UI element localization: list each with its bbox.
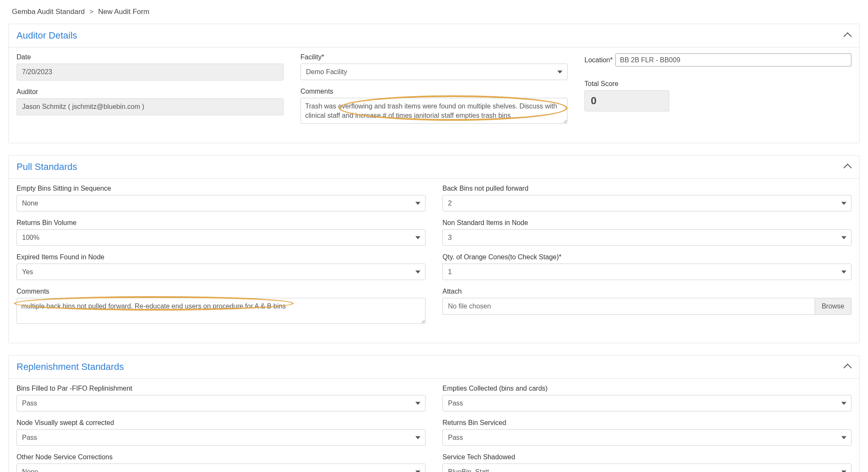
other-label: Other Node Service Corrections xyxy=(17,453,426,461)
location-label: Location xyxy=(584,56,613,64)
replenishment-panel: Replenishment Standards Bins Filled to P… xyxy=(8,355,860,472)
swept-label: Node Visually swept & corrected xyxy=(17,419,426,427)
replenishment-title: Replenishment Standards xyxy=(17,361,124,372)
facility-label: Facility xyxy=(300,53,568,61)
swept-select[interactable]: Pass xyxy=(17,429,426,446)
replenishment-header[interactable]: Replenishment Standards xyxy=(9,355,859,379)
pull-standards-header[interactable]: Pull Standards xyxy=(9,155,859,179)
pull-standards-panel: Pull Standards Empty Bins Sitting in Seq… xyxy=(8,155,860,343)
shadow-select[interactable]: BlueBin, Statt xyxy=(442,464,851,472)
back-bins-select[interactable]: 2 xyxy=(442,195,851,211)
empty-bins-select[interactable]: None xyxy=(17,195,426,211)
pull-standards-title: Pull Standards xyxy=(17,161,77,172)
non-std-label: Non Standard Items in Node xyxy=(442,219,851,227)
facility-select[interactable]: Demo Facility xyxy=(300,64,568,80)
location-select[interactable]: BB 2B FLR - BB009 xyxy=(615,53,851,67)
auditor-label: Auditor xyxy=(17,88,284,96)
breadcrumb: Gemba Audit Standard > New Audit Form xyxy=(8,0,860,24)
attach-file-display: No file chosen xyxy=(442,298,815,315)
date-field: 7/20/2023 xyxy=(17,64,284,81)
fifo-label: Bins Filled to Par -FIFO Replinishment xyxy=(17,385,426,392)
auditor-details-title: Auditor Details xyxy=(17,30,77,41)
chevron-up-icon xyxy=(843,32,852,41)
total-score-label: Total Score xyxy=(584,80,851,88)
non-std-select[interactable]: 3 xyxy=(442,229,851,246)
pull-comments-label: Comments xyxy=(17,288,426,295)
expired-select[interactable]: Yes xyxy=(17,264,426,280)
cones-select[interactable]: 1 xyxy=(442,264,851,280)
browse-button[interactable]: Browse xyxy=(815,298,851,315)
empties-select[interactable]: Pass xyxy=(442,395,851,411)
total-score-value: 0 xyxy=(584,90,669,111)
back-bins-label: Back Bins not pulled forward xyxy=(442,185,851,192)
auditor-comments-textarea[interactable]: Trash was overflowing and trash items we… xyxy=(300,98,568,124)
expired-label: Expired Items Found in Node xyxy=(17,253,426,261)
breadcrumb-current: New Audit Form xyxy=(98,8,149,16)
date-label: Date xyxy=(17,53,284,61)
other-select[interactable]: None xyxy=(17,464,426,472)
shadow-label: Service Tech Shadowed xyxy=(442,453,851,461)
auditor-details-header[interactable]: Auditor Details xyxy=(9,24,859,47)
breadcrumb-separator: > xyxy=(89,8,94,16)
attach-label: Attach xyxy=(442,288,851,295)
breadcrumb-root[interactable]: Gemba Audit Standard xyxy=(12,8,85,16)
chevron-up-icon xyxy=(843,364,852,372)
cones-label: Qty. of Orange Cones(to Check Stage) xyxy=(442,253,851,261)
returns-serv-select[interactable]: Pass xyxy=(442,429,851,446)
auditor-details-panel: Auditor Details Date 7/20/2023 Auditor J… xyxy=(8,24,860,143)
pull-comments-textarea[interactable]: multiple back bins not pulled forward. R… xyxy=(17,298,426,324)
comments-label: Comments xyxy=(300,88,568,95)
empties-label: Empties Collected (bins and cards) xyxy=(442,385,851,392)
auditor-field: Jason Schmitz ( jschmitz@bluebin.com ) xyxy=(17,98,284,115)
fifo-select[interactable]: Pass xyxy=(17,395,426,411)
returns-vol-label: Returns Bin Volume xyxy=(17,219,426,227)
returns-vol-select[interactable]: 100% xyxy=(17,229,426,246)
empty-bins-label: Empty Bins Sitting in Sequence xyxy=(17,185,426,192)
returns-serv-label: Returns Bin Serviced xyxy=(442,419,851,427)
chevron-up-icon xyxy=(843,164,852,172)
